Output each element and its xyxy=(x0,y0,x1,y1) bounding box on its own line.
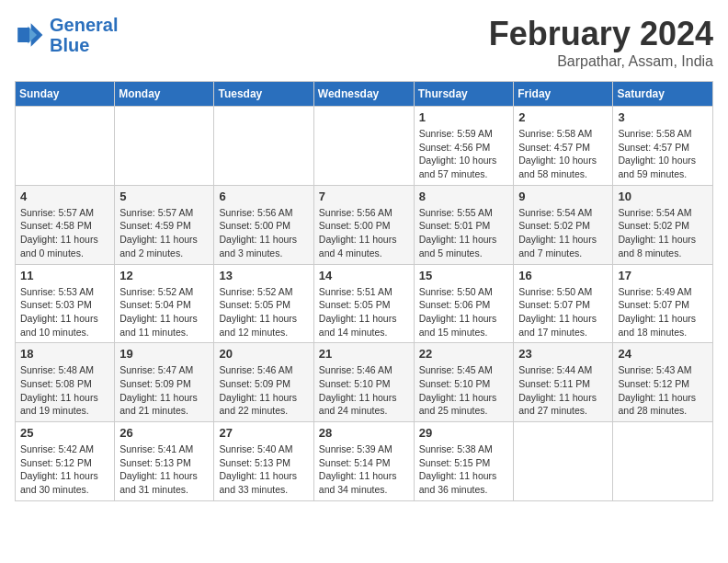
calendar-cell xyxy=(613,422,713,501)
day-info: Sunrise: 5:55 AM Sunset: 5:01 PM Dayligh… xyxy=(419,206,509,260)
day-info: Sunrise: 5:46 AM Sunset: 5:09 PM Dayligh… xyxy=(219,363,308,418)
day-info: Sunrise: 5:38 AM Sunset: 5:15 PM Dayligh… xyxy=(419,442,509,497)
day-number: 7 xyxy=(319,190,409,203)
calendar-cell: 15Sunrise: 5:50 AM Sunset: 5:06 PM Dayli… xyxy=(414,264,514,343)
day-number: 17 xyxy=(618,269,708,282)
day-info: Sunrise: 5:42 AM Sunset: 5:12 PM Dayligh… xyxy=(20,442,109,497)
day-info: Sunrise: 5:59 AM Sunset: 4:56 PM Dayligh… xyxy=(419,127,509,181)
calendar-cell: 19Sunrise: 5:47 AM Sunset: 5:09 PM Dayli… xyxy=(115,343,214,422)
calendar-cell: 26Sunrise: 5:41 AM Sunset: 5:13 PM Dayli… xyxy=(115,422,214,501)
day-number: 22 xyxy=(419,347,509,361)
calendar-table: SundayMondayTuesdayWednesdayThursdayFrid… xyxy=(15,81,713,501)
day-number: 19 xyxy=(119,347,209,361)
calendar-cell: 1Sunrise: 5:59 AM Sunset: 4:56 PM Daylig… xyxy=(414,107,514,186)
calendar-cell: 22Sunrise: 5:45 AM Sunset: 5:10 PM Dayli… xyxy=(414,343,514,422)
calendar-cell: 17Sunrise: 5:49 AM Sunset: 5:07 PM Dayli… xyxy=(613,264,713,343)
day-info: Sunrise: 5:47 AM Sunset: 5:09 PM Dayligh… xyxy=(119,363,209,418)
calendar-cell: 6Sunrise: 5:56 AM Sunset: 5:00 PM Daylig… xyxy=(214,185,313,264)
weekday-saturday: Saturday xyxy=(613,82,713,107)
calendar-cell: 3Sunrise: 5:58 AM Sunset: 4:57 PM Daylig… xyxy=(613,107,713,186)
day-number: 1 xyxy=(419,110,509,124)
day-number: 16 xyxy=(518,269,608,282)
day-info: Sunrise: 5:58 AM Sunset: 4:57 PM Dayligh… xyxy=(618,127,708,181)
day-info: Sunrise: 5:56 AM Sunset: 5:00 PM Dayligh… xyxy=(319,206,409,260)
calendar-cell: 21Sunrise: 5:46 AM Sunset: 5:10 PM Dayli… xyxy=(313,343,414,422)
calendar-cell: 14Sunrise: 5:51 AM Sunset: 5:05 PM Dayli… xyxy=(313,264,414,343)
day-number: 28 xyxy=(319,426,409,440)
day-info: Sunrise: 5:52 AM Sunset: 5:05 PM Dayligh… xyxy=(219,285,308,339)
day-info: Sunrise: 5:39 AM Sunset: 5:14 PM Dayligh… xyxy=(319,442,409,497)
calendar-cell: 18Sunrise: 5:48 AM Sunset: 5:08 PM Dayli… xyxy=(16,343,115,422)
day-info: Sunrise: 5:44 AM Sunset: 5:11 PM Dayligh… xyxy=(518,363,608,418)
day-info: Sunrise: 5:41 AM Sunset: 5:13 PM Dayligh… xyxy=(119,442,209,497)
day-number: 26 xyxy=(119,426,209,440)
calendar-cell xyxy=(115,107,214,186)
day-info: Sunrise: 5:54 AM Sunset: 5:02 PM Dayligh… xyxy=(518,206,608,260)
day-info: Sunrise: 5:51 AM Sunset: 5:05 PM Dayligh… xyxy=(319,285,409,339)
week-row-3: 11Sunrise: 5:53 AM Sunset: 5:03 PM Dayli… xyxy=(16,264,713,343)
day-number: 14 xyxy=(319,269,409,282)
title-block: February 2024 Barpathar, Assam, India xyxy=(489,15,713,70)
day-number: 15 xyxy=(419,269,509,282)
day-info: Sunrise: 5:54 AM Sunset: 5:02 PM Dayligh… xyxy=(618,206,708,260)
weekday-sunday: Sunday xyxy=(16,82,115,107)
day-number: 25 xyxy=(20,426,109,440)
calendar-cell: 16Sunrise: 5:50 AM Sunset: 5:07 PM Dayli… xyxy=(514,264,613,343)
weekday-tuesday: Tuesday xyxy=(214,82,313,107)
calendar-cell: 8Sunrise: 5:55 AM Sunset: 5:01 PM Daylig… xyxy=(414,185,514,264)
day-number: 29 xyxy=(419,426,509,440)
calendar-cell: 4Sunrise: 5:57 AM Sunset: 4:58 PM Daylig… xyxy=(16,185,115,264)
calendar-cell: 7Sunrise: 5:56 AM Sunset: 5:00 PM Daylig… xyxy=(313,185,414,264)
calendar-cell: 12Sunrise: 5:52 AM Sunset: 5:04 PM Dayli… xyxy=(115,264,214,343)
logo-icon xyxy=(15,20,44,50)
day-number: 10 xyxy=(618,190,708,203)
week-row-5: 25Sunrise: 5:42 AM Sunset: 5:12 PM Dayli… xyxy=(16,422,713,501)
month-title: February 2024 xyxy=(489,15,713,53)
day-info: Sunrise: 5:48 AM Sunset: 5:08 PM Dayligh… xyxy=(20,363,109,418)
calendar-cell xyxy=(313,107,414,186)
day-number: 4 xyxy=(20,190,109,203)
logo-line2: Blue xyxy=(50,35,89,55)
week-row-1: 1Sunrise: 5:59 AM Sunset: 4:56 PM Daylig… xyxy=(16,107,713,186)
day-info: Sunrise: 5:53 AM Sunset: 5:03 PM Dayligh… xyxy=(20,285,109,339)
calendar-cell: 9Sunrise: 5:54 AM Sunset: 5:02 PM Daylig… xyxy=(514,185,613,264)
weekday-friday: Friday xyxy=(514,82,613,107)
day-number: 18 xyxy=(20,347,109,361)
day-number: 5 xyxy=(119,190,209,203)
weekday-monday: Monday xyxy=(115,82,214,107)
weekday-header-row: SundayMondayTuesdayWednesdayThursdayFrid… xyxy=(16,82,713,107)
day-number: 11 xyxy=(20,269,109,282)
day-info: Sunrise: 5:57 AM Sunset: 4:59 PM Dayligh… xyxy=(119,206,209,260)
calendar-cell: 27Sunrise: 5:40 AM Sunset: 5:13 PM Dayli… xyxy=(214,422,313,501)
calendar-cell xyxy=(16,107,115,186)
day-number: 24 xyxy=(618,347,708,361)
calendar-cell xyxy=(214,107,313,186)
calendar-cell: 2Sunrise: 5:58 AM Sunset: 4:57 PM Daylig… xyxy=(514,107,613,186)
day-info: Sunrise: 5:57 AM Sunset: 4:58 PM Dayligh… xyxy=(20,206,109,260)
location-subtitle: Barpathar, Assam, India xyxy=(489,53,713,70)
logo: General Blue xyxy=(15,15,118,55)
day-number: 20 xyxy=(219,347,308,361)
day-info: Sunrise: 5:52 AM Sunset: 5:04 PM Dayligh… xyxy=(119,285,209,339)
logo-line1: General xyxy=(50,15,118,35)
day-number: 3 xyxy=(618,110,708,124)
day-number: 8 xyxy=(419,190,509,203)
calendar-cell: 25Sunrise: 5:42 AM Sunset: 5:12 PM Dayli… xyxy=(16,422,115,501)
day-info: Sunrise: 5:56 AM Sunset: 5:00 PM Dayligh… xyxy=(219,206,308,260)
day-info: Sunrise: 5:45 AM Sunset: 5:10 PM Dayligh… xyxy=(419,363,509,418)
day-number: 12 xyxy=(119,269,209,282)
day-number: 27 xyxy=(219,426,308,440)
page-header: General Blue February 2024 Barpathar, As… xyxy=(15,15,713,70)
calendar-cell: 24Sunrise: 5:43 AM Sunset: 5:12 PM Dayli… xyxy=(613,343,713,422)
day-info: Sunrise: 5:58 AM Sunset: 4:57 PM Dayligh… xyxy=(518,127,608,181)
calendar-cell: 10Sunrise: 5:54 AM Sunset: 5:02 PM Dayli… xyxy=(613,185,713,264)
weekday-thursday: Thursday xyxy=(414,82,514,107)
day-number: 6 xyxy=(219,190,308,203)
day-info: Sunrise: 5:40 AM Sunset: 5:13 PM Dayligh… xyxy=(219,442,308,497)
day-number: 9 xyxy=(518,190,608,203)
calendar-cell: 5Sunrise: 5:57 AM Sunset: 4:59 PM Daylig… xyxy=(115,185,214,264)
week-row-2: 4Sunrise: 5:57 AM Sunset: 4:58 PM Daylig… xyxy=(16,185,713,264)
calendar-cell: 11Sunrise: 5:53 AM Sunset: 5:03 PM Dayli… xyxy=(16,264,115,343)
day-number: 13 xyxy=(219,269,308,282)
day-info: Sunrise: 5:43 AM Sunset: 5:12 PM Dayligh… xyxy=(618,363,708,418)
